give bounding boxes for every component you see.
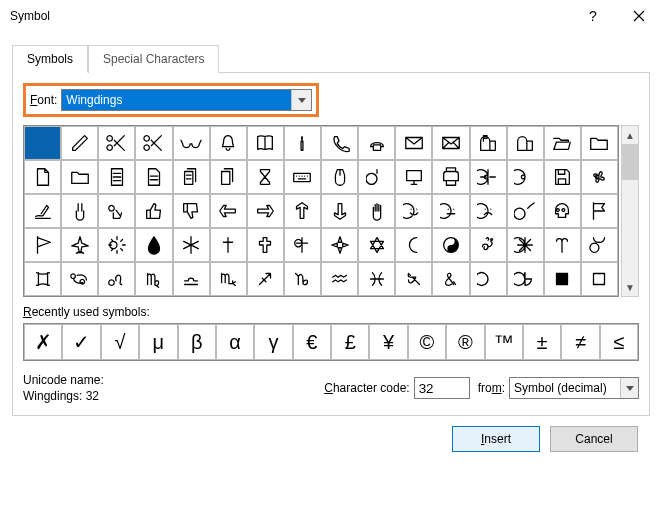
recent-symbol[interactable]: ™	[485, 324, 523, 360]
symbol-cell-square[interactable]	[544, 262, 581, 296]
grid-scrollbar[interactable]: ▲ ▼	[621, 125, 639, 297]
symbol-cell-drop[interactable]	[135, 228, 172, 262]
symbol-cell-hand-left[interactable]	[210, 194, 247, 228]
symbol-cell-virgo[interactable]	[135, 262, 172, 296]
font-combo[interactable]: Wingdings	[61, 89, 312, 111]
symbol-cell-cross-latin[interactable]	[210, 228, 247, 262]
symbol-cell-scissors[interactable]	[98, 126, 135, 160]
symbol-cell-thumb-up[interactable]	[135, 194, 172, 228]
tab-symbols[interactable]: Symbols	[12, 45, 88, 73]
symbol-cell-scorpio[interactable]	[210, 262, 247, 296]
symbol-cell-hand-down[interactable]	[321, 194, 358, 228]
symbol-cell-bell[interactable]	[210, 126, 247, 160]
scroll-down[interactable]: ▼	[622, 278, 638, 296]
symbol-cell-hand-right[interactable]	[247, 194, 284, 228]
symbol-cell-taurus[interactable]	[581, 228, 618, 262]
symbol-cell-hand-stop[interactable]	[358, 194, 395, 228]
symbol-cell-cancer[interactable]	[61, 262, 98, 296]
symbol-cell-wheel[interactable]	[507, 228, 544, 262]
symbol-cell-folder2[interactable]	[61, 160, 98, 194]
recent-symbol[interactable]: ≠	[561, 324, 599, 360]
symbol-cell-pisces[interactable]	[358, 262, 395, 296]
symbol-cell-amp[interactable]	[432, 262, 469, 296]
symbol-cell-skull[interactable]	[544, 194, 581, 228]
symbol-cell-thumb-down[interactable]	[173, 194, 210, 228]
symbol-cell-smile[interactable]	[395, 194, 432, 228]
symbol-cell-file[interactable]	[24, 160, 61, 194]
scroll-thumb[interactable]	[622, 144, 638, 180]
tab-special-characters[interactable]: Special Characters	[88, 45, 219, 73]
symbol-cell-flag[interactable]	[581, 194, 618, 228]
symbol-cell-printer[interactable]	[432, 160, 469, 194]
scroll-up[interactable]: ▲	[622, 126, 638, 144]
symbol-cell-blank[interactable]	[24, 126, 61, 160]
symbol-cell-cross-outline[interactable]	[247, 228, 284, 262]
symbol-cell-square2[interactable]	[581, 262, 618, 296]
symbol-cell-pennant[interactable]	[24, 228, 61, 262]
symbol-cell-capricorn[interactable]	[284, 262, 321, 296]
symbol-cell-book[interactable]	[247, 126, 284, 160]
symbol-cell-bomb[interactable]	[507, 194, 544, 228]
symbol-cell-mouse[interactable]	[321, 160, 358, 194]
symbol-cell-star-david[interactable]	[358, 228, 395, 262]
symbol-cell-om[interactable]	[470, 228, 507, 262]
recent-symbol[interactable]: €	[293, 324, 331, 360]
symbol-cell-fan[interactable]	[581, 160, 618, 194]
from-dropdown-button[interactable]	[620, 378, 638, 398]
symbol-cell-mailbox[interactable]	[470, 126, 507, 160]
symbol-cell-docs[interactable]	[173, 160, 210, 194]
symbol-cell-trackball[interactable]	[358, 160, 395, 194]
symbol-cell-candle[interactable]	[284, 126, 321, 160]
symbol-cell-gemini[interactable]	[24, 262, 61, 296]
symbol-cell-circ2[interactable]	[507, 262, 544, 296]
symbol-cell-et[interactable]	[395, 262, 432, 296]
symbol-cell-cross-malta[interactable]	[321, 228, 358, 262]
symbol-cell-crescent[interactable]	[395, 228, 432, 262]
symbol-cell-folder-open[interactable]	[544, 126, 581, 160]
symbol-cell-hand-v[interactable]	[61, 194, 98, 228]
recent-symbol[interactable]: £	[331, 324, 369, 360]
symbol-cell-scissors2[interactable]	[135, 126, 172, 160]
symbol-cell-disk1[interactable]	[470, 160, 507, 194]
recent-symbol[interactable]: ✓	[62, 324, 100, 360]
recent-symbol[interactable]: ±	[523, 324, 561, 360]
symbol-cell-floppy[interactable]	[544, 160, 581, 194]
symbol-cell-cross-celtic[interactable]	[284, 228, 321, 262]
symbol-cell-phone2[interactable]	[358, 126, 395, 160]
charcode-input[interactable]	[414, 377, 470, 399]
symbol-cell-pc[interactable]	[395, 160, 432, 194]
symbol-cell-envelope[interactable]	[395, 126, 432, 160]
close-button[interactable]	[616, 0, 662, 32]
symbol-cell-pencil[interactable]	[61, 126, 98, 160]
recent-symbol[interactable]: β	[178, 324, 216, 360]
cancel-button[interactable]: Cancel	[550, 426, 638, 452]
symbol-cell-yinyang[interactable]	[432, 228, 469, 262]
recent-symbol[interactable]: ≤	[600, 324, 638, 360]
symbol-cell-envelope2[interactable]	[432, 126, 469, 160]
symbol-cell-neutral[interactable]	[432, 194, 469, 228]
recent-symbol[interactable]: ✗	[24, 324, 62, 360]
symbol-cell-sun[interactable]	[98, 228, 135, 262]
symbol-cell-plane[interactable]	[61, 228, 98, 262]
recent-symbol[interactable]: μ	[139, 324, 177, 360]
from-combo[interactable]: Symbol (decimal)	[509, 377, 639, 399]
symbol-cell-doc[interactable]	[98, 160, 135, 194]
symbol-cell-circ1[interactable]	[470, 262, 507, 296]
symbol-cell-disk2[interactable]	[507, 160, 544, 194]
symbol-cell-doc2[interactable]	[135, 160, 172, 194]
symbol-cell-hand-write[interactable]	[24, 194, 61, 228]
symbol-cell-sagittarius[interactable]	[247, 262, 284, 296]
symbol-cell-mailbox2[interactable]	[507, 126, 544, 160]
recent-symbol[interactable]: ¥	[369, 324, 407, 360]
font-dropdown-button[interactable]	[291, 90, 311, 110]
symbol-cell-hand-ok[interactable]	[98, 194, 135, 228]
recent-symbol[interactable]: ®	[446, 324, 484, 360]
recent-symbol[interactable]: √	[101, 324, 139, 360]
symbol-cell-folder[interactable]	[581, 126, 618, 160]
symbol-cell-docs2[interactable]	[210, 160, 247, 194]
symbol-cell-leo[interactable]	[98, 262, 135, 296]
symbol-cell-frown[interactable]	[470, 194, 507, 228]
symbol-cell-snow[interactable]	[173, 228, 210, 262]
symbol-cell-glasses[interactable]	[173, 126, 210, 160]
recent-symbol[interactable]: α	[216, 324, 254, 360]
